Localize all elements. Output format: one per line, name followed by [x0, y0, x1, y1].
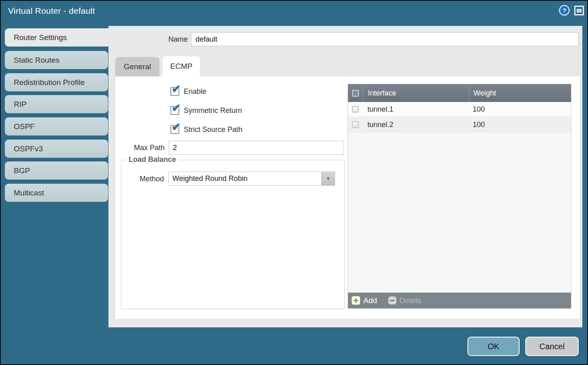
sidebar-item-ospf[interactable]: OSPF [5, 117, 108, 136]
strict-source-path-label: Strict Source Path [184, 125, 242, 134]
header-checkbox-cell [348, 90, 363, 97]
sidebar-item-bgp[interactable]: BGP [5, 161, 108, 180]
cancel-button[interactable]: Cancel [525, 337, 579, 356]
virtual-router-dialog: Virtual Router - default ? Router Settin… [0, 0, 588, 365]
row-checkbox[interactable] [352, 106, 359, 112]
check-icon: ✔ [172, 84, 181, 95]
select-all-checkbox[interactable] [352, 90, 359, 97]
table-header: Interface Weight [348, 84, 571, 102]
ecmp-panel: ✔ Enable ✔ Symmetric Return ✔ Strict Sou… [115, 76, 580, 319]
interface-table: Interface Weight tunnel.1 100 tunnel.2 [348, 84, 571, 309]
enable-checkbox-row: ✔ Enable [170, 87, 206, 96]
strict-source-path-checkbox[interactable]: ✔ [170, 125, 179, 134]
weight-cell: 100 [469, 105, 571, 114]
window-restore-icon-inner [577, 9, 582, 13]
table-row[interactable]: tunnel.1 100 [348, 102, 571, 117]
chevron-down-icon[interactable]: ▼ [321, 172, 335, 185]
interface-column-header[interactable]: Interface [363, 89, 469, 98]
method-dropdown[interactable]: Weighted Round Robin ▼ [168, 172, 335, 186]
sidebar-item-router-settings[interactable]: Router Settings [5, 28, 109, 47]
symmetric-return-label: Symmetric Return [184, 106, 242, 115]
name-label: Name [108, 35, 188, 44]
weight-column-header[interactable]: Weight [469, 89, 571, 98]
tab-general[interactable]: General [115, 57, 159, 76]
delete-button-label: Delete [399, 296, 422, 305]
method-label: Method [116, 175, 164, 183]
delete-icon: − [388, 296, 397, 305]
load-balance-legend: Load Balance [126, 155, 178, 164]
table-toolbar: + Add − Delete [348, 293, 571, 308]
weight-cell: 100 [469, 121, 571, 129]
row-checkbox-cell [348, 121, 363, 128]
interface-cell: tunnel.2 [363, 121, 469, 129]
add-icon[interactable]: + [351, 296, 361, 305]
add-button[interactable]: Add [363, 296, 377, 305]
tab-ecmp[interactable]: ECMP [163, 56, 200, 76]
content-area: Name General ECMP ✔ Enable ✔ Symmetric R… [108, 26, 582, 327]
sidebar-item-multicast[interactable]: Multicast [5, 184, 108, 202]
enable-label: Enable [184, 87, 206, 96]
sidebar-item-static-routes[interactable]: Static Routes [5, 51, 108, 69]
symmetric-return-checkbox-row: ✔ Symmetric Return [170, 106, 242, 115]
name-input[interactable] [191, 32, 579, 46]
enable-checkbox[interactable]: ✔ [170, 87, 179, 96]
load-balance-fieldset: Load Balance Method Weighted Round Robin… [121, 160, 345, 309]
help-icon[interactable]: ? [559, 5, 570, 16]
method-dropdown-value: Weighted Round Robin [169, 172, 321, 185]
table-row[interactable]: tunnel.2 100 [348, 117, 571, 132]
sidebar-item-ospfv3[interactable]: OSPFv3 [5, 140, 108, 158]
row-checkbox-cell [348, 106, 363, 112]
max-path-label: Max Path [115, 144, 165, 152]
strict-source-path-checkbox-row: ✔ Strict Source Path [170, 125, 242, 134]
interface-cell: tunnel.1 [363, 105, 469, 114]
check-icon: ✔ [172, 103, 181, 114]
delete-button[interactable]: − Delete [388, 296, 422, 305]
max-path-input[interactable] [169, 141, 344, 155]
dialog-title: Virtual Router - default [8, 6, 95, 16]
row-checkbox[interactable] [352, 121, 359, 128]
check-icon: ✔ [172, 122, 181, 133]
window-restore-icon[interactable] [574, 6, 584, 15]
sidebar-item-rip[interactable]: RIP [5, 95, 108, 113]
sidebar-item-redistribution-profile[interactable]: Redistribution Profile [5, 73, 108, 91]
symmetric-return-checkbox[interactable]: ✔ [170, 106, 179, 115]
ok-button[interactable]: OK [467, 337, 520, 356]
